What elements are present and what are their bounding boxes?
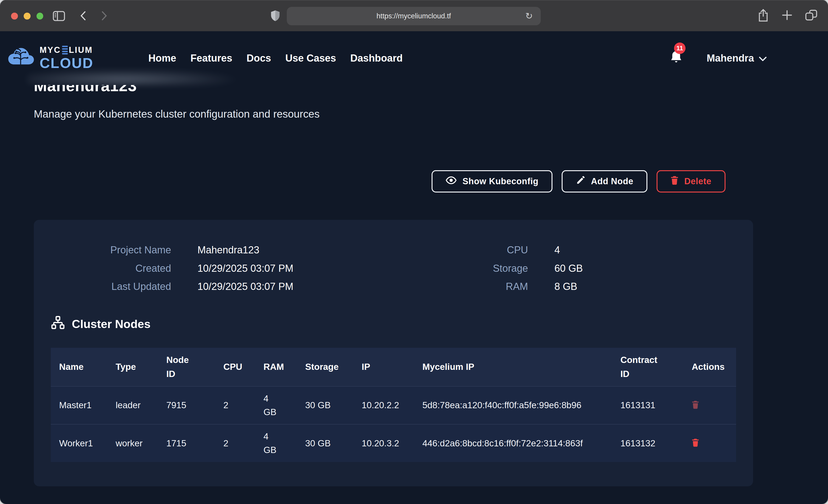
table-cell: 1715 [158,424,215,462]
cluster-nodes-heading: Cluster Nodes [51,316,736,332]
blurred-title-smudge [27,69,239,85]
logo-word-cloud: CLOUD [40,56,93,70]
share-button[interactable] [758,9,769,24]
info-value: 10/29/2025 03:07 PM [197,281,345,292]
table-cell: leader [107,386,158,424]
delete-node-button[interactable] [692,438,699,449]
mycelium-cloud-logo[interactable]: MYCLIUM CLOUD [7,45,93,71]
notifications-button[interactable]: 11 [670,50,682,66]
table-row: Master1leader791524 GB30 GB10.20.2.25d8:… [51,386,736,424]
project-info-left: Project NameMahendra123Created10/29/2025… [59,244,345,292]
close-traffic-light[interactable] [11,13,18,19]
url-bar[interactable]: https://myceliumcloud.tf ↻ [287,7,541,25]
table-cell: 7915 [158,386,215,424]
fullscreen-traffic-light[interactable] [37,13,43,19]
table-cell: Worker1 [51,424,107,462]
back-icon [80,11,86,22]
table-row: Worker1worker171524 GB30 GB10.20.3.2446:… [51,424,736,462]
notification-badge: 11 [674,42,686,54]
table-cell: 2 [215,424,255,462]
column-header: Mycelium IP [414,348,612,386]
table-cell: 30 GB [297,424,353,462]
project-info-right: CPU4Storage60 GBRAM8 GB [465,244,644,292]
privacy-shield-icon [270,10,280,24]
new-tab-icon [782,10,792,22]
delete-node-button[interactable] [692,401,699,411]
tab-overview-button[interactable] [805,10,818,22]
forward-button[interactable] [101,11,107,22]
info-value: 10/29/2025 03:07 PM [197,262,345,274]
nodes-table-body: Master1leader791524 GB30 GB10.20.2.25d8:… [51,386,736,462]
project-info-section: Project NameMahendra123Created10/29/2025… [51,233,736,292]
new-tab-button[interactable] [782,10,792,22]
info-label: Project Name [59,244,171,256]
column-header: Node ID [158,348,215,386]
main-nav: HomeFeaturesDocsUse CasesDashboard [149,52,403,64]
add-node-button[interactable]: Add Node [562,170,648,193]
nav-item-features[interactable]: Features [191,52,232,64]
sidebar-toggle-icon [53,11,65,23]
column-header: Storage [297,348,353,386]
nav-item-use-cases[interactable]: Use Cases [285,52,336,64]
logo-e-glyph [62,46,68,54]
project-info-card: Project NameMahendra123Created10/29/2025… [34,220,753,486]
table-cell: Master1 [51,386,107,424]
table-cell: 4 GB [255,424,297,462]
nodes-table: NameTypeNode IDCPURAMStorageIPMycelium I… [51,348,736,462]
nav-item-docs[interactable]: Docs [247,52,271,64]
site-header: MYCLIUM CLOUD HomeFeaturesDocsUse CasesD… [0,31,828,85]
info-value: 8 GB [554,281,645,292]
logo-word-mycelium: MYCLIUM [40,46,93,54]
trash-icon [692,438,699,449]
table-cell: 2 [215,386,255,424]
network-icon [51,316,65,332]
eye-icon [446,175,457,187]
delete-cluster-button[interactable]: Delete [657,170,726,193]
column-header: CPU [215,348,255,386]
tabs-icon [805,10,818,22]
show-kubeconfig-button[interactable]: Show Kubeconfig [431,170,553,193]
sidebar-toggle-button[interactable] [53,11,65,23]
info-value: Mahendra123 [197,244,345,256]
forward-icon [101,11,107,22]
table-cell: 5d8:78ea:a120:f40c:ff0f:a5fe:99e6:8b96 [414,386,612,424]
bell-icon [670,58,682,66]
share-icon [758,9,769,24]
info-label: Last Updated [59,281,171,292]
info-value: 4 [554,244,645,256]
browser-window: https://myceliumcloud.tf ↻ [0,0,828,504]
page-subtitle: Manage your Kubernetes cluster configura… [34,108,753,120]
trash-icon [671,176,678,187]
page-content: Mahendra123 Manage your Kubernetes clust… [0,76,828,486]
user-name: Mahendra [707,52,754,64]
column-header: Contract ID [612,348,683,386]
table-cell-actions [683,424,736,462]
back-button[interactable] [80,11,86,22]
reload-button[interactable]: ↻ [522,9,536,23]
column-header: IP [353,348,414,386]
table-cell: 4 GB [255,386,297,424]
chrome-right-controls [758,0,818,32]
cluster-actions: Show Kubeconfig Add Node Delete [34,170,753,193]
nav-item-home[interactable]: Home [149,52,176,64]
info-label: RAM [465,281,528,292]
table-cell: 10.20.3.2 [353,424,414,462]
traffic-lights [11,13,43,19]
chevron-down-icon [759,52,767,64]
table-cell: 1613131 [612,386,683,424]
column-header: Type [107,348,158,386]
info-label: Storage [465,262,528,274]
table-cell: 30 GB [297,386,353,424]
column-header: Actions [683,348,736,386]
nav-item-dashboard[interactable]: Dashboard [350,52,403,64]
browser-chrome: https://myceliumcloud.tf ↻ [0,0,828,31]
minimize-traffic-light[interactable] [24,13,31,19]
header-right: 11 Mahendra [670,50,767,66]
user-menu[interactable]: Mahendra [707,52,767,64]
info-label: CPU [465,244,528,256]
info-label: Created [59,262,171,274]
trash-icon [692,401,699,411]
table-cell: 10.20.2.2 [353,386,414,424]
cloud-tree-logo-icon [7,45,35,71]
column-header: RAM [255,348,297,386]
